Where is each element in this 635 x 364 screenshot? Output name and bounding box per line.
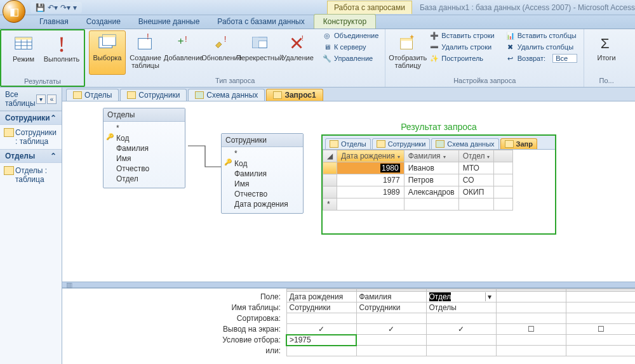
row-selector[interactable] [323, 162, 337, 174]
field-cell[interactable]: Дата рождения [286, 292, 356, 302]
criteria-cell[interactable]: >1975 [286, 335, 356, 346]
append-button[interactable]: +! Добавление [165, 30, 202, 75]
show-checkbox[interactable]: ✓ [356, 324, 426, 335]
design-canvas[interactable]: Отделы * Код Фамилия Имя Отчество Отдел … [62, 101, 635, 282]
table-cell[interactable]: Сотрудники [286, 302, 356, 313]
table-row-new[interactable]: * [323, 198, 513, 211]
dropdown-icon[interactable]: ▾ [485, 292, 493, 301]
row-selector[interactable] [323, 174, 337, 186]
data-definition-button[interactable]: 🔧Управление [320, 53, 381, 63]
criteria-cell[interactable] [566, 335, 635, 346]
pane-splitter[interactable] [62, 282, 635, 288]
row-selector[interactable] [323, 186, 337, 198]
tab-design[interactable]: Конструктор [314, 14, 376, 29]
field-cell[interactable] [566, 292, 635, 302]
criteria-cell[interactable] [426, 335, 496, 346]
result-tab-zapros[interactable]: Запр [500, 138, 537, 149]
crosstab-button[interactable]: Перекрестный [241, 30, 278, 75]
show-checkbox[interactable]: ✓ [426, 324, 496, 335]
tab-home[interactable]: Главная [30, 15, 77, 29]
tab-zapros1[interactable]: Запрос1 [266, 89, 323, 101]
sort-cell[interactable] [286, 313, 356, 324]
tab-create[interactable]: Создание [77, 15, 130, 29]
cell-birth[interactable]: 1989 [337, 186, 404, 198]
nav-header[interactable]: Все таблицы ▾ « [0, 88, 62, 111]
result-tab-otdely[interactable]: Отделы [325, 138, 371, 149]
result-tab-schema[interactable]: Схема данных [431, 138, 498, 149]
dropdown-icon[interactable]: ▾ [487, 154, 490, 160]
totals-button[interactable]: Σ Итоги [588, 30, 625, 75]
insert-rows-button[interactable]: ➕Вставить строки [427, 30, 497, 41]
delete-cols-button[interactable]: ✖Удалить столбцы [504, 42, 580, 52]
delete-query-button[interactable]: ! Удаление [279, 30, 316, 75]
tab-database-tools[interactable]: Работа с базами данных [208, 15, 313, 29]
sort-cell[interactable] [426, 313, 496, 324]
cell-fam[interactable]: Иванов [404, 162, 458, 174]
table-cell[interactable]: Отделы [426, 302, 496, 313]
select-all-cell[interactable]: ◢ [323, 150, 337, 162]
col-add[interactable] [494, 150, 513, 162]
field-cell[interactable] [496, 292, 566, 302]
row-selector-new[interactable]: * [323, 198, 337, 211]
qat-undo-icon[interactable]: ↶▾ [48, 3, 58, 12]
cell-fam[interactable]: Петров [404, 174, 458, 186]
select-query-button[interactable]: Выборка [89, 30, 126, 75]
show-checkbox[interactable]: ☐ [496, 324, 566, 335]
cell-birth[interactable]: 1980 [380, 164, 400, 172]
design-grid[interactable]: Дата рождения Фамилия Отдел ▾ Сотрудники… [286, 289, 635, 364]
nav-item-sotrudniki-table[interactable]: Сотрудники : таблица [0, 125, 62, 149]
or-cell[interactable] [286, 346, 356, 356]
nav-category-otdely[interactable]: Отделы ⌃ [0, 149, 62, 163]
pass-through-button[interactable]: 🖥К серверу [320, 42, 381, 52]
cell-dept[interactable]: ОКИП [458, 186, 494, 198]
table-cell[interactable] [566, 302, 635, 313]
table-cell[interactable]: Сотрудники [356, 302, 426, 313]
cell-dept[interactable]: СО [458, 174, 494, 186]
or-cell[interactable] [356, 346, 426, 356]
col-header-birth[interactable]: Дата рождения▾ [337, 150, 404, 162]
run-button[interactable]: Выполнить [43, 32, 80, 76]
dropdown-icon[interactable]: ▾ [398, 154, 400, 160]
cell-dept[interactable]: МТО [458, 162, 494, 174]
criteria-cell[interactable] [356, 335, 426, 346]
nav-item-otdely-table[interactable]: Отделы : таблица [0, 163, 62, 187]
cell-birth[interactable]: 1977 [337, 174, 404, 186]
nav-category-sotrudniki[interactable]: Сотрудники ⌃ [0, 111, 62, 125]
table-row[interactable]: 1980 Иванов МТО [323, 162, 513, 174]
table-cell[interactable] [496, 302, 566, 313]
criteria-cell[interactable] [496, 335, 566, 346]
show-checkbox[interactable]: ☐ [566, 324, 635, 335]
tab-otdely[interactable]: Отделы [66, 89, 119, 101]
view-button[interactable]: Режим [5, 32, 42, 76]
sort-cell[interactable] [566, 313, 635, 324]
office-orb-button[interactable] [3, 0, 25, 23]
table-row[interactable]: 1989 Александров ОКИП [323, 186, 513, 198]
qat-save-icon[interactable]: 💾 [36, 3, 45, 12]
tab-external-data[interactable]: Внешние данные [130, 15, 209, 29]
col-header-fam[interactable]: Фамилия▾ [404, 150, 458, 162]
builder-button[interactable]: ✨Построитель [427, 53, 497, 63]
show-checkbox[interactable]: ✓ [286, 324, 356, 335]
result-tab-sotrudniki[interactable]: Сотрудники [372, 138, 431, 149]
field-cell[interactable]: Фамилия [356, 292, 426, 302]
nav-collapse-icon[interactable]: « [47, 94, 57, 104]
make-table-button[interactable]: ! Создание таблицы [127, 30, 164, 75]
col-header-dept[interactable]: Отдел▾ [458, 150, 494, 162]
tab-schema[interactable]: Схема данных [188, 89, 265, 101]
update-button[interactable]: ! Обновление [203, 30, 240, 75]
dropdown-icon[interactable]: ▾ [443, 154, 446, 160]
result-grid[interactable]: ◢ Дата рождения▾ Фамилия▾ Отдел▾ 1980 Ив… [323, 150, 513, 211]
qat-customize-icon[interactable]: ▾ [73, 3, 77, 12]
tab-sotrudniki[interactable]: Сотрудники [120, 89, 187, 101]
or-cell[interactable] [426, 346, 496, 356]
union-button[interactable]: ◎Объединение [320, 30, 381, 41]
insert-cols-button[interactable]: 📊Вставить столбцы [504, 30, 580, 41]
return-dropdown[interactable]: Все [552, 54, 577, 63]
field-cell[interactable]: Отдел ▾ [426, 292, 496, 302]
cell-fam[interactable]: Александров [404, 186, 458, 198]
or-cell[interactable] [496, 346, 566, 356]
sort-cell[interactable] [496, 313, 566, 324]
return-control[interactable]: ↩Возврат: Все [504, 53, 580, 63]
delete-rows-button[interactable]: ➖Удалить строки [427, 42, 497, 52]
or-cell[interactable] [566, 346, 635, 356]
